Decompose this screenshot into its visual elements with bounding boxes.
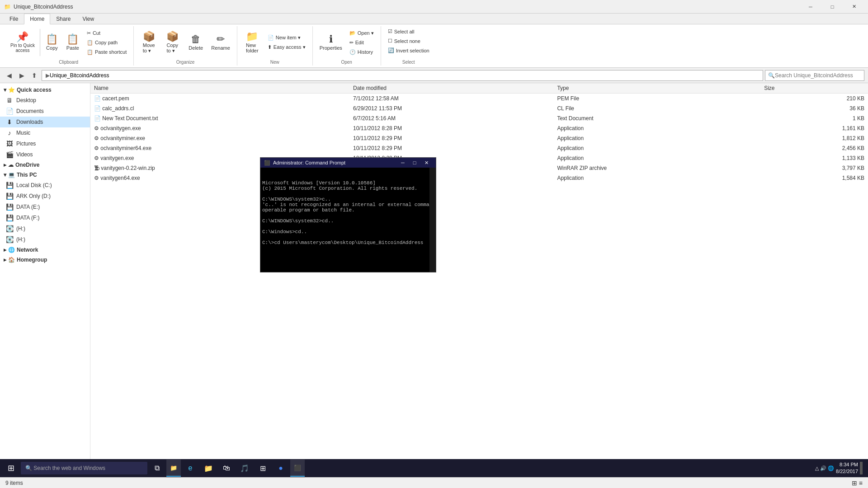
view-icons[interactable]: ⊞ ≡: [852, 479, 863, 487]
address-path[interactable]: ▶ Unique_BitcoindAddress: [42, 70, 763, 81]
start-button[interactable]: ⊞: [2, 460, 20, 477]
back-button[interactable]: ◀: [4, 70, 14, 81]
task-view-button[interactable]: ⧉: [148, 460, 165, 477]
file-date-cell: 6/29/2012 11:53 PM: [349, 103, 553, 113]
tab-view[interactable]: View: [76, 14, 100, 24]
col-name[interactable]: Name: [90, 83, 349, 94]
easy-access-button[interactable]: ⬆ Easy access ▾: [264, 43, 309, 52]
cmd-body[interactable]: Microsoft Windows [Version 10.0.10586] (…: [260, 168, 436, 272]
cmd-scrollbar[interactable]: [429, 168, 436, 272]
file-type-cell: Application: [553, 143, 760, 153]
paste-shortcut-button[interactable]: 📋 Paste shortcut: [84, 48, 130, 56]
file-list: Name Date modified Type Size 📄 cacert.pe…: [90, 83, 868, 488]
sidebar-item-videos[interactable]: 🎬 Videos: [0, 149, 90, 160]
show-desktop-button[interactable]: [860, 462, 863, 474]
table-row[interactable]: 🗜 vanitygen-0.22-win.zip 5/27/2017 7:47 …: [90, 163, 868, 173]
select-none-button[interactable]: ☐ Select none: [385, 37, 433, 45]
organize-buttons: 📦 Moveto ▾ 📦 Copyto ▾ 🗑 Delete ✏ Rename: [137, 27, 233, 58]
file-size-cell: 1,161 KB: [760, 123, 868, 133]
sidebar-item-desktop[interactable]: 🖥 Desktop: [0, 95, 90, 106]
sidebar-item-music[interactable]: ♪ Music: [0, 127, 90, 138]
file-icon: ⚙: [94, 125, 99, 131]
table-row[interactable]: ⚙ vanitygen.exe 10/11/2012 8:28 PM Appli…: [90, 153, 868, 163]
this-pc-header[interactable]: ▾ 💻 This PC: [0, 170, 90, 180]
table-row[interactable]: ⚙ oclvanityminer64.exe 10/11/2012 8:29 P…: [90, 143, 868, 153]
paste-label: Paste: [66, 45, 79, 51]
sidebar-item-h2[interactable]: 💽 (H:): [0, 234, 90, 245]
pin-to-quick-access-button[interactable]: 📌 Pin to Quickaccess: [7, 29, 38, 56]
rename-button[interactable]: ✏ Rename: [208, 29, 233, 56]
sidebar-item-data-e[interactable]: 💾 DATA (E:): [0, 202, 90, 212]
tab-file[interactable]: File: [4, 14, 24, 24]
search-box[interactable]: 🔍: [765, 70, 864, 81]
taskbar-chrome-button[interactable]: ●: [272, 460, 289, 477]
file-table: Name Date modified Type Size 📄 cacert.pe…: [90, 83, 868, 183]
taskbar-explorer-app[interactable]: 📁: [166, 460, 181, 477]
tab-home[interactable]: Home: [24, 14, 50, 24]
copy-main-button[interactable]: 📋 Copy: [42, 29, 62, 56]
properties-button[interactable]: ℹ Properties: [316, 29, 345, 56]
search-input[interactable]: [775, 72, 861, 79]
select-all-button[interactable]: ☑ Select all: [385, 27, 433, 36]
sidebar-item-pictures[interactable]: 🖼 Pictures: [0, 138, 90, 149]
cmd-minimize-button[interactable]: ─: [397, 159, 409, 167]
open-button[interactable]: 📂 Open ▾: [346, 29, 377, 38]
minimize-button[interactable]: ─: [800, 0, 821, 14]
maximize-button[interactable]: □: [822, 0, 843, 14]
new-folder-button[interactable]: 📁 Newfolder: [241, 29, 264, 56]
close-button[interactable]: ✕: [844, 0, 864, 14]
taskbar-media-button[interactable]: 🎵: [236, 460, 253, 477]
table-row[interactable]: ⚙ oclvanityminer.exe 10/11/2012 8:29 PM …: [90, 133, 868, 143]
col-size[interactable]: Size: [760, 83, 868, 94]
onedrive-header[interactable]: ▸ ☁ OneDrive: [0, 160, 90, 170]
up-button[interactable]: ⬆: [29, 70, 40, 81]
network-label: Network: [17, 247, 38, 253]
col-type[interactable]: Type: [553, 83, 760, 94]
tab-share[interactable]: Share: [50, 14, 76, 24]
copy-path-button[interactable]: 📋 Copy path: [84, 38, 130, 47]
invert-selection-button[interactable]: 🔄 Invert selection: [385, 46, 433, 55]
cut-button[interactable]: ✂ Cut: [84, 29, 130, 38]
file-date-cell: 10/11/2012 8:28 PM: [349, 123, 553, 133]
file-size-cell: 36 KB: [760, 103, 868, 113]
homegroup-header[interactable]: ▸ 🏠 Homegroup: [0, 255, 90, 265]
copy-to-button[interactable]: 📦 Copyto ▾: [161, 29, 184, 56]
table-row[interactable]: ⚙ oclvanitygen.exe 10/11/2012 8:28 PM Ap…: [90, 123, 868, 133]
move-to-button[interactable]: 📦 Moveto ▾: [137, 29, 160, 56]
taskbar-windows-button[interactable]: ⊞: [254, 460, 271, 477]
col-date[interactable]: Date modified: [349, 83, 553, 94]
table-row[interactable]: 📄 calc_addrs.cl 6/29/2012 11:53 PM CL Fi…: [90, 103, 868, 113]
sidebar-item-downloads[interactable]: ⬇ Downloads: [0, 117, 90, 127]
clipboard-buttons: 📌 Pin to Quickaccess 📋 Copy 📋 Paste ✂ Cu…: [7, 27, 130, 58]
cmd-close-button[interactable]: ✕: [420, 159, 432, 167]
clipboard-col: 📋 Copy: [42, 29, 62, 56]
taskbar-search-box[interactable]: 🔍 Search the web and Windows: [21, 462, 147, 474]
history-button[interactable]: 🕐 History: [346, 48, 377, 56]
new-item-button[interactable]: 📄 New item ▾: [264, 33, 309, 42]
network-header[interactable]: ▸ 🌐 Network: [0, 245, 90, 255]
table-row[interactable]: 📄 cacert.pem 7/1/2012 12:58 AM PEM File …: [90, 94, 868, 103]
taskbar-cmd-app[interactable]: ⬛: [290, 460, 305, 477]
taskbar-store-button[interactable]: 🛍: [218, 460, 235, 477]
sidebar-item-data-f[interactable]: 💾 DATA (F:): [0, 212, 90, 223]
delete-button[interactable]: 🗑 Delete: [184, 29, 207, 56]
table-row[interactable]: 📄 New Text Document.txt 6/7/2012 5:16 AM…: [90, 113, 868, 123]
file-type-cell: Application: [553, 133, 760, 143]
taskbar-edge-button[interactable]: e: [182, 460, 199, 477]
data-e-icon: 💾: [5, 203, 14, 211]
forward-button[interactable]: ▶: [16, 70, 27, 81]
edit-button[interactable]: ✏ Edit: [346, 38, 377, 47]
search-icon: 🔍: [768, 72, 775, 79]
sidebar-item-ark[interactable]: 💾 ARK Only (D:): [0, 191, 90, 202]
cmd-content: Microsoft Windows [Version 10.0.10586] (…: [262, 180, 434, 245]
paste-button[interactable]: 📋 Paste: [63, 29, 83, 56]
sidebar-item-documents[interactable]: 📄 Documents: [0, 106, 90, 117]
quick-access-header[interactable]: ▾ ⭐ Quick access: [0, 85, 90, 95]
new-col: 📄 New item ▾ ⬆ Easy access ▾: [264, 33, 309, 52]
table-row[interactable]: ⚙ vanitygen64.exe 10/11/2012 8:29 PM App…: [90, 173, 868, 183]
sidebar-item-h[interactable]: 💽 (H:): [0, 223, 90, 234]
sidebar-item-local-disk[interactable]: 💾 Local Disk (C:): [0, 180, 90, 191]
cmd-maximize-button[interactable]: □: [409, 159, 420, 167]
taskbar-files-button[interactable]: 📁: [200, 460, 217, 477]
file-date-cell: 10/11/2012 8:29 PM: [349, 133, 553, 143]
